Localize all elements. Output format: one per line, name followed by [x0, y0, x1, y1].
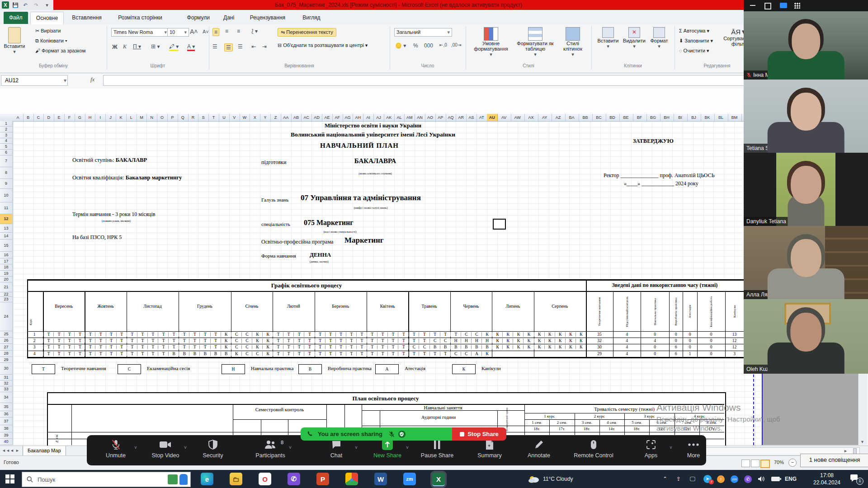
notification-center-button[interactable]: 1: [850, 474, 861, 483]
column-header-BF[interactable]: BF: [633, 114, 647, 121]
align-middle-icon[interactable]: ≡: [225, 28, 228, 34]
column-header-U[interactable]: U: [219, 114, 230, 121]
row-header-25[interactable]: 25: [0, 331, 12, 338]
column-header-W[interactable]: W: [240, 114, 250, 121]
column-header-G[interactable]: G: [75, 114, 85, 121]
column-header-AP[interactable]: AP: [435, 114, 446, 121]
page-break-view-button[interactable]: [760, 460, 770, 468]
row-header-13[interactable]: 13: [0, 224, 12, 233]
maximize-icon[interactable]: [764, 3, 771, 9]
row-header-26[interactable]: 26: [0, 338, 12, 344]
tab-вигляд[interactable]: Вигляд: [297, 12, 326, 24]
column-header-BI[interactable]: BI: [674, 114, 688, 121]
column-header-M[interactable]: M: [137, 114, 147, 121]
column-header-AA[interactable]: AA: [281, 114, 292, 121]
column-header-BB[interactable]: BB: [579, 114, 593, 121]
column-header-V[interactable]: V: [229, 114, 240, 121]
column-header-AG[interactable]: AG: [343, 114, 354, 121]
zoom-stop-video-button[interactable]: Stop Video˅: [141, 439, 190, 459]
column-header-AQ[interactable]: AQ: [446, 114, 457, 121]
row-header-23[interactable]: 23: [0, 297, 12, 302]
participant-video-2[interactable]: Tetiana Sak: [744, 80, 868, 153]
font-color-icon[interactable]: А ▾: [187, 43, 195, 51]
column-header-BD[interactable]: BD: [606, 114, 620, 121]
tab-розмітка-сторінки[interactable]: Розмітка сторінки: [113, 12, 167, 24]
column-header-AC[interactable]: AC: [301, 114, 312, 121]
viber-tray-icon[interactable]: ✆: [744, 470, 752, 488]
column-header-P[interactable]: P: [167, 114, 178, 121]
zoom-new-share-button[interactable]: New Share˅: [363, 439, 412, 459]
column-header-O[interactable]: O: [157, 114, 168, 121]
wrap-text-button[interactable]: ⇋ Перенесення тексту: [278, 28, 336, 37]
column-header-AH[interactable]: AH: [353, 114, 363, 121]
worksheet[interactable]: [13, 121, 762, 445]
speaker-view-icon[interactable]: [780, 3, 787, 8]
taskbar-app-opera[interactable]: O: [259, 473, 271, 485]
zoom-more-button[interactable]: More: [669, 439, 718, 459]
chevron-up-icon[interactable]: ˅: [406, 445, 409, 450]
taskbar-app-edge[interactable]: e: [201, 473, 213, 485]
column-header-X[interactable]: X: [250, 114, 260, 121]
tab-формули[interactable]: Формули: [182, 12, 215, 24]
page-layout-view-button[interactable]: [751, 460, 760, 467]
column-header-AJ[interactable]: AJ: [373, 114, 384, 121]
font-family-select[interactable]: Times New Roma ▾: [111, 28, 169, 37]
row-header-31[interactable]: 31: [0, 375, 12, 380]
taskbar-app-word[interactable]: W: [374, 473, 387, 485]
column-header-K[interactable]: K: [116, 114, 127, 121]
conditional-formatting-button[interactable]: Умовне форматування▾: [470, 27, 512, 57]
format-as-table-button[interactable]: Форматувати як таблицю▾: [514, 27, 556, 57]
align-right-icon[interactable]: ☰: [238, 43, 243, 50]
column-header-E[interactable]: E: [54, 114, 65, 121]
column-header-N[interactable]: N: [146, 114, 157, 121]
column-header-Y[interactable]: Y: [260, 114, 271, 121]
column-header-AI[interactable]: AI: [363, 114, 374, 121]
normal-view-button[interactable]: [741, 460, 750, 467]
language-indicator[interactable]: ENG: [785, 470, 797, 488]
start-button[interactable]: [5, 474, 14, 483]
underline-icon[interactable]: П ▾: [133, 43, 141, 50]
font-size-select[interactable]: 10 ▾: [167, 28, 189, 37]
column-header-C[interactable]: C: [33, 114, 44, 121]
column-header-AK[interactable]: AK: [384, 114, 395, 121]
next-sheet-icon[interactable]: ►: [15, 448, 19, 453]
column-header-AV[interactable]: AV: [497, 114, 511, 121]
autosum-button[interactable]: Σ Автосума ▾: [679, 28, 709, 34]
tab-основне[interactable]: Основне: [30, 12, 64, 24]
row-header-8[interactable]: 8: [0, 167, 12, 179]
column-header-I[interactable]: I: [95, 114, 106, 121]
zoom-level[interactable]: 70%: [774, 460, 784, 465]
column-header-J[interactable]: J: [105, 114, 116, 121]
currency-icon[interactable]: 🪙 ▾: [395, 42, 406, 49]
row-header-17[interactable]: 17: [0, 258, 12, 264]
column-header-BK[interactable]: BK: [701, 114, 715, 121]
column-header-AD[interactable]: AD: [311, 114, 322, 121]
row-header-28[interactable]: 28: [0, 351, 12, 357]
tab-рецензування[interactable]: Рецензування: [245, 12, 291, 24]
scroll-right-icon[interactable]: ►: [844, 449, 848, 453]
row-header-7[interactable]: 7: [0, 155, 12, 167]
row-header-37[interactable]: 37: [0, 418, 12, 425]
row-header-12[interactable]: 12: [0, 214, 12, 224]
column-header-H[interactable]: H: [85, 114, 96, 121]
participant-video-5[interactable]: Oleh Kuzmak: [744, 299, 868, 374]
borders-icon[interactable]: ⊞ ▾: [151, 43, 160, 50]
row-header-39[interactable]: 39: [0, 432, 12, 439]
decrease-indent-icon[interactable]: ⇤: [251, 43, 256, 50]
row-header-11[interactable]: 11: [0, 202, 12, 214]
merge-center-button[interactable]: ⊟ Об'єднати та розташувати в центрі ▾: [278, 42, 368, 48]
fx-icon[interactable]: fx: [90, 76, 94, 83]
column-header-D[interactable]: D: [43, 114, 54, 121]
fill-button[interactable]: ⬇ Заповнити ▾: [679, 38, 713, 44]
insert-cells-button[interactable]: Вставити▾: [595, 27, 621, 49]
prev-sheet-icon[interactable]: ◄: [10, 448, 14, 453]
clear-button[interactable]: ◌ Очистити ▾: [679, 48, 709, 54]
gallery-view-icon[interactable]: [794, 3, 800, 9]
column-header-BC[interactable]: BC: [592, 114, 606, 121]
cell-styles-button[interactable]: Стилі клітинок▾: [557, 27, 589, 57]
column-header-F[interactable]: F: [64, 114, 75, 121]
tab-вставлення[interactable]: Вставлення: [66, 12, 107, 24]
column-header-BA[interactable]: BA: [565, 114, 579, 121]
zoom-unmute-button[interactable]: Unmute˅: [91, 439, 141, 459]
column-header-BL[interactable]: BL: [714, 114, 728, 121]
